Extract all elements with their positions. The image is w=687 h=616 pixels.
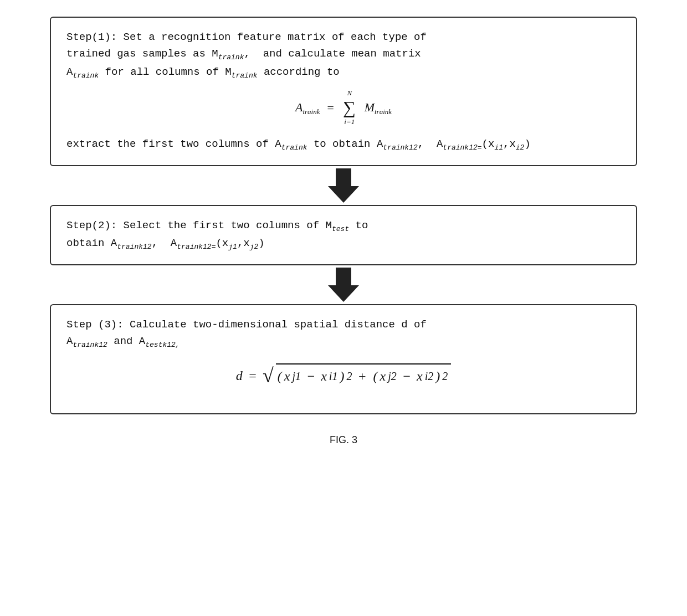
step3-line1: Step (3): Calculate two-dimensional spat… <box>66 316 621 333</box>
step1-formula: Atraink = N ∑ i=1 Mtraink <box>66 88 621 129</box>
arrow-head-2 <box>328 285 359 302</box>
formula-lhs: Atraink <box>295 97 320 118</box>
arrow-1 <box>328 166 359 205</box>
step2-box: Step(2): Select the first two columns of… <box>50 205 637 265</box>
arrow-2 <box>328 265 359 304</box>
step1-line1: Step(1): Set a recognition feature matri… <box>66 29 621 45</box>
step1-line2: trained gas samples as Mtraink, and calc… <box>66 45 621 64</box>
formula-rhs: Mtraink <box>361 97 392 118</box>
sigma-notation: N ∑ i=1 <box>343 88 356 129</box>
sigma-bottom: i=1 <box>344 116 355 128</box>
step3-box: Step (3): Calculate two-dimensional spat… <box>50 304 637 414</box>
arrow-head-1 <box>328 186 359 203</box>
flowchart: Step(1): Set a recognition feature matri… <box>33 17 654 446</box>
sqrt-formula: d = √ (xj1 − xi1)2 + (xj2 − xi2)2 <box>236 363 451 388</box>
step2-line1: Step(2): Select the first two columns of… <box>66 217 621 235</box>
step1-line3: Atraink for all columns of Mtraink accor… <box>66 64 621 82</box>
equals: = <box>245 365 260 386</box>
fig-caption: FIG. 3 <box>330 434 357 446</box>
sqrt-sign: √ <box>263 366 274 386</box>
step1-box: Step(1): Set a recognition feature matri… <box>50 17 637 166</box>
step3-line2: Atraink12 and Atestk12, <box>66 333 621 351</box>
arrow-shaft-1 <box>336 168 351 186</box>
sigma-top: N <box>347 88 352 99</box>
sqrt-content: (xj1 − xi1)2 + (xj2 − xi2)2 <box>276 363 451 388</box>
sigma-symbol: ∑ <box>343 99 356 116</box>
step1-line4: extract the first two columns of Atraink… <box>66 136 621 154</box>
step3-formula: d = √ (xj1 − xi1)2 + (xj2 − xi2)2 <box>66 357 621 394</box>
step2-line2: obtain Atraink12, Atraink12=(xj1,xj2) <box>66 235 621 253</box>
arrow-shaft-2 <box>336 268 351 285</box>
equals-sign: = <box>323 98 337 117</box>
